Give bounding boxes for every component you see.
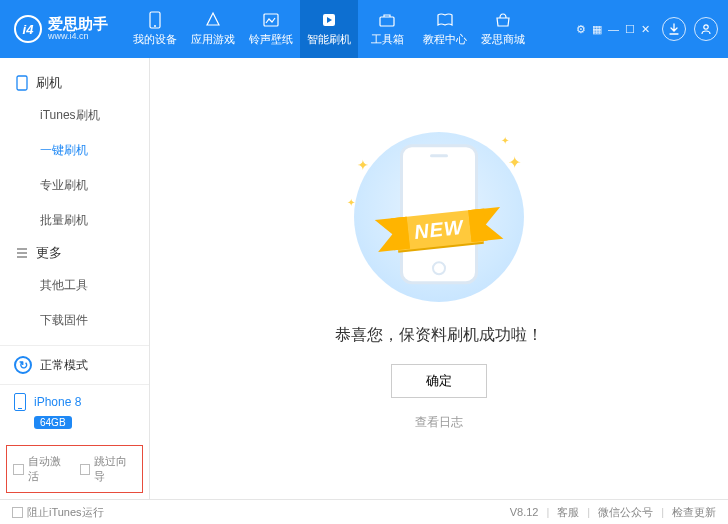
sparkle-icon: ✦ (501, 135, 509, 146)
header-right: ⚙ ▦ — ☐ ✕ (576, 17, 718, 41)
options-highlight: 自动激活 跳过向导 (6, 445, 143, 493)
checkbox-auto-activate[interactable]: 自动激活 (13, 454, 70, 484)
minimize-icon[interactable]: — (608, 23, 619, 36)
svg-rect-2 (264, 14, 278, 26)
settings-icon[interactable]: ⚙ (576, 23, 586, 36)
nav-store[interactable]: 爱思商城 (474, 0, 532, 58)
footer-link-wechat[interactable]: 微信公众号 (598, 505, 653, 520)
toolbox-icon (378, 11, 396, 29)
sparkle-icon: ✦ (357, 157, 369, 173)
mode-label: 正常模式 (40, 357, 88, 374)
logo[interactable]: i4 爱思助手 www.i4.cn (14, 15, 108, 43)
sidebar-item-advanced[interactable]: 高级功能 (0, 338, 149, 345)
logo-icon: i4 (14, 15, 42, 43)
sidebar-group-flash[interactable]: 刷机 (0, 68, 149, 98)
sidebar: 刷机 iTunes刷机 一键刷机 专业刷机 批量刷机 更多 其他工具 下载固件 … (0, 58, 150, 499)
sparkle-icon: ✦ (508, 153, 521, 172)
apps-icon (204, 11, 222, 29)
user-button[interactable] (694, 17, 718, 41)
nav-flash[interactable]: 智能刷机 (300, 0, 358, 58)
ok-button[interactable]: 确定 (391, 364, 487, 398)
close-icon[interactable]: ✕ (641, 23, 650, 36)
sidebar-group-more[interactable]: 更多 (0, 238, 149, 268)
skin-icon[interactable]: ▦ (592, 23, 602, 36)
footer-link-update[interactable]: 检查更新 (672, 505, 716, 520)
footer-link-support[interactable]: 客服 (557, 505, 579, 520)
logo-subtitle: www.i4.cn (48, 32, 108, 42)
svg-point-5 (704, 25, 708, 29)
logo-title: 爱思助手 (48, 16, 108, 33)
store-icon (494, 11, 512, 29)
main-content: ✦ ✦ ✦ ✦ NEW 恭喜您，保资料刷机成功啦！ 确定 查看日志 (150, 58, 728, 499)
success-illustration: ✦ ✦ ✦ ✦ NEW (339, 127, 539, 307)
footer: 阻止iTunes运行 V8.12 | 客服 | 微信公众号 | 检查更新 (0, 499, 728, 524)
download-button[interactable] (662, 17, 686, 41)
nav-toolbox[interactable]: 工具箱 (358, 0, 416, 58)
checkbox-block-itunes[interactable]: 阻止iTunes运行 (12, 505, 104, 520)
book-icon (436, 11, 454, 29)
window-controls: ⚙ ▦ — ☐ ✕ (576, 23, 650, 36)
wallpaper-icon (262, 11, 280, 29)
menu-icon (16, 247, 28, 259)
svg-rect-4 (380, 17, 394, 26)
sidebar-item-download-fw[interactable]: 下载固件 (0, 303, 149, 338)
sidebar-item-oneclick-flash[interactable]: 一键刷机 (0, 133, 149, 168)
nav-my-device[interactable]: 我的设备 (126, 0, 184, 58)
top-nav: 我的设备 应用游戏 铃声壁纸 智能刷机 工具箱 教程中心 爱思商城 (126, 0, 532, 58)
maximize-icon[interactable]: ☐ (625, 23, 635, 36)
sidebar-item-itunes-flash[interactable]: iTunes刷机 (0, 98, 149, 133)
sidebar-item-other-tools[interactable]: 其他工具 (0, 268, 149, 303)
mode-row[interactable]: ↻ 正常模式 (0, 346, 149, 385)
flash-icon (320, 11, 338, 29)
phone-outline-icon (16, 75, 28, 91)
storage-badge: 64GB (34, 416, 72, 429)
svg-rect-6 (17, 76, 27, 90)
version-label: V8.12 (510, 506, 539, 518)
phone-icon (146, 11, 164, 29)
sparkle-icon: ✦ (347, 197, 355, 208)
success-message: 恭喜您，保资料刷机成功啦！ (335, 325, 543, 346)
device-name: iPhone 8 (34, 395, 81, 409)
checkbox-icon (13, 464, 24, 475)
device-phone-icon (14, 393, 26, 411)
device-row[interactable]: iPhone 8 64GB (0, 385, 149, 439)
checkbox-icon (80, 464, 91, 475)
checkbox-icon (12, 507, 23, 518)
header: i4 爱思助手 www.i4.cn 我的设备 应用游戏 铃声壁纸 智能刷机 工具… (0, 0, 728, 58)
nav-tutorials[interactable]: 教程中心 (416, 0, 474, 58)
checkbox-skip-guide[interactable]: 跳过向导 (80, 454, 137, 484)
svg-point-1 (154, 25, 156, 27)
sidebar-item-pro-flash[interactable]: 专业刷机 (0, 168, 149, 203)
nav-apps[interactable]: 应用游戏 (184, 0, 242, 58)
nav-ringtones[interactable]: 铃声壁纸 (242, 0, 300, 58)
sidebar-item-batch-flash[interactable]: 批量刷机 (0, 203, 149, 238)
view-log-link[interactable]: 查看日志 (415, 414, 463, 431)
refresh-icon: ↻ (14, 356, 32, 374)
